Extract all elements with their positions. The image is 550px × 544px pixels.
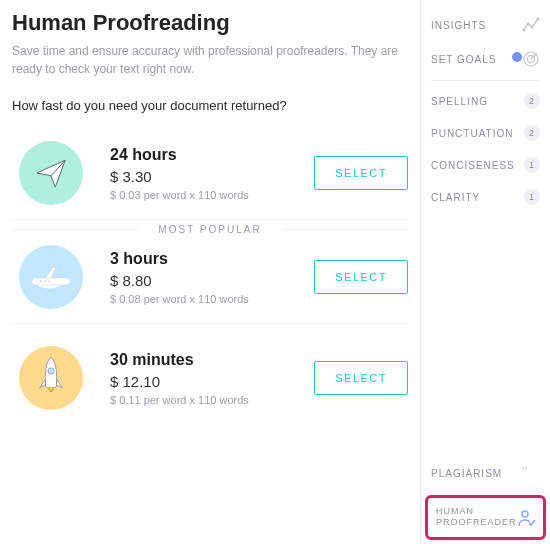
speed-question: How fast do you need your document retur… (12, 98, 408, 113)
svg-point-8 (537, 18, 540, 21)
select-button[interactable]: SELECT (314, 361, 408, 395)
sidebar-label: INSIGHTS (431, 20, 522, 31)
sidebar-label: SET GOALS (431, 54, 522, 65)
airplane-icon (12, 245, 90, 309)
sidebar-human-proofreader[interactable]: HUMAN PROOFREADER (425, 495, 546, 540)
sidebar-goals[interactable]: SET GOALS (421, 42, 550, 76)
svg-point-7 (531, 26, 534, 29)
count-badge: 1 (524, 157, 540, 173)
person-check-icon (517, 508, 535, 526)
goals-notification-dot (512, 52, 522, 62)
count-badge: 2 (524, 125, 540, 141)
sidebar-plagiarism[interactable]: PLAGIARISM ” (421, 457, 550, 491)
svg-text:”: ” (522, 465, 528, 482)
target-icon (522, 50, 540, 68)
quote-icon: ” (522, 465, 540, 483)
tier-per: $ 0.08 per word x 110 words (110, 293, 294, 305)
page-title: Human Proofreading (12, 10, 408, 36)
paper-plane-icon (12, 141, 90, 205)
sidebar-label: SPELLING (431, 96, 524, 107)
tier-time: 30 minutes (110, 351, 294, 369)
tier-24h: 24 hours $ 3.30 $ 0.03 per word x 110 wo… (12, 133, 408, 220)
select-button[interactable]: SELECT (314, 260, 408, 294)
divider (431, 80, 540, 81)
svg-point-3 (48, 281, 50, 283)
svg-point-12 (522, 511, 528, 517)
tier-per: $ 0.11 per word x 110 words (110, 394, 294, 406)
svg-point-2 (44, 281, 46, 283)
svg-point-1 (40, 281, 42, 283)
page-subtitle: Save time and ensure accuracy with profe… (12, 42, 408, 78)
svg-point-5 (523, 29, 526, 32)
tier-time: 24 hours (110, 146, 294, 164)
insights-icon (522, 16, 540, 34)
tier-price: $ 8.80 (110, 272, 294, 289)
svg-point-4 (48, 368, 54, 374)
sidebar-item-clarity[interactable]: CLARITY 1 (421, 181, 550, 213)
sidebar-label: PLAGIARISM (431, 468, 522, 479)
svg-point-6 (527, 23, 530, 26)
sidebar-insights[interactable]: INSIGHTS (421, 8, 550, 42)
rocket-icon (12, 346, 90, 410)
sidebar-label: CLARITY (431, 192, 524, 203)
sidebar-label: HUMAN PROOFREADER (436, 506, 517, 529)
select-button[interactable]: SELECT (314, 156, 408, 190)
tier-3h: 3 hours $ 8.80 $ 0.08 per word x 110 wor… (12, 237, 408, 324)
sidebar-label: PUNCTUATION (431, 128, 524, 139)
tier-time: 3 hours (110, 250, 294, 268)
tier-price: $ 3.30 (110, 168, 294, 185)
tier-price: $ 12.10 (110, 373, 294, 390)
count-badge: 2 (524, 93, 540, 109)
sidebar-item-spelling[interactable]: SPELLING 2 (421, 85, 550, 117)
count-badge: 1 (524, 189, 540, 205)
most-popular-tag: MOST POPULAR (12, 224, 408, 235)
tier-30m: 30 minutes $ 12.10 $ 0.11 per word x 110… (12, 324, 408, 424)
tier-per: $ 0.03 per word x 110 words (110, 189, 294, 201)
sidebar-label: CONCISENESS (431, 160, 524, 171)
sidebar-item-conciseness[interactable]: CONCISENESS 1 (421, 149, 550, 181)
sidebar-item-punctuation[interactable]: PUNCTUATION 2 (421, 117, 550, 149)
